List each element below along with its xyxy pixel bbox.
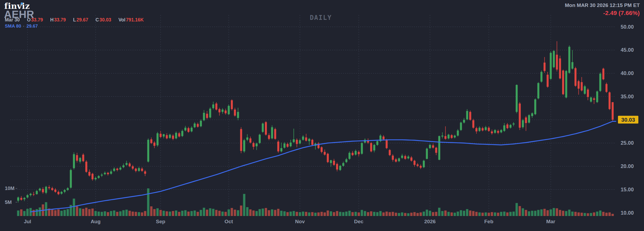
volume-bar bbox=[519, 206, 521, 216]
volume-bar bbox=[88, 209, 91, 216]
volume-bar bbox=[522, 208, 524, 216]
volume-bar bbox=[515, 203, 518, 216]
volume-bar bbox=[454, 213, 456, 216]
volume-bar bbox=[385, 212, 388, 216]
volume-bar bbox=[321, 212, 323, 216]
volume-bar bbox=[466, 209, 468, 216]
volume-bar bbox=[441, 211, 444, 216]
volume-bar bbox=[547, 210, 549, 216]
candlesticks bbox=[17, 41, 614, 203]
high-quote: H33.79 bbox=[50, 17, 66, 23]
volume-bar bbox=[509, 212, 512, 216]
volume-bar bbox=[382, 213, 385, 216]
volume-bar bbox=[169, 212, 171, 216]
volume-bar bbox=[308, 213, 311, 216]
volume-bar bbox=[540, 209, 543, 216]
price-chart[interactable]: JulAugSepOctNovDec2026FebMar50.0045.0040… bbox=[0, 0, 644, 231]
volume-bar bbox=[138, 212, 140, 216]
volume-bar bbox=[122, 210, 125, 216]
volume-bar bbox=[197, 212, 199, 216]
volume-bar bbox=[283, 211, 286, 216]
close-quote: C30.03 bbox=[96, 17, 111, 23]
volume-bar bbox=[135, 212, 137, 216]
volume-bar bbox=[395, 213, 397, 216]
month-labels: JulAugSepOctNovDec2026FebMar bbox=[24, 219, 555, 224]
volume-bar bbox=[274, 210, 276, 216]
month-label: Mar bbox=[546, 219, 555, 224]
volume-bar bbox=[543, 209, 546, 216]
volume-bar bbox=[150, 206, 152, 216]
volume-bar bbox=[200, 210, 202, 216]
volume-bar bbox=[82, 209, 85, 216]
svg-text:30.03: 30.03 bbox=[621, 117, 635, 123]
volume-bar bbox=[194, 210, 196, 216]
volume-bar bbox=[457, 212, 459, 216]
volume-bar bbox=[355, 212, 357, 216]
volume-bar bbox=[73, 199, 75, 216]
logo-blue-dot-icon bbox=[21, 2, 23, 5]
month-label: Oct bbox=[224, 219, 233, 224]
volume-bar bbox=[392, 212, 394, 216]
volume-bar bbox=[305, 212, 307, 216]
volume-bar bbox=[571, 212, 574, 216]
volume-bar bbox=[494, 213, 496, 216]
volume-bar bbox=[534, 211, 537, 216]
volume-bar bbox=[488, 213, 490, 216]
volume-bar bbox=[404, 213, 406, 216]
volume-bar bbox=[23, 211, 26, 216]
volume-bar bbox=[401, 213, 403, 216]
volume-bar bbox=[212, 209, 214, 216]
volume-bar bbox=[299, 212, 301, 216]
volume-bar bbox=[581, 213, 583, 216]
volume-bar bbox=[224, 212, 227, 216]
volume-bar bbox=[256, 211, 258, 216]
volume-bar bbox=[119, 211, 122, 216]
price-tick-label: 25.00 bbox=[621, 140, 634, 146]
volume-bar bbox=[537, 210, 540, 216]
volume-bar bbox=[482, 213, 484, 216]
volume-bar bbox=[373, 212, 376, 216]
volume-bar bbox=[584, 213, 586, 216]
volume-bar bbox=[323, 213, 326, 216]
month-label: Jul bbox=[24, 219, 31, 224]
volume-bar bbox=[599, 210, 602, 216]
volume-bar bbox=[97, 212, 100, 216]
volume-bar bbox=[444, 210, 447, 216]
volume-bar bbox=[389, 212, 391, 216]
volume-bar bbox=[110, 211, 112, 216]
volume-bar bbox=[472, 211, 475, 216]
volume-bar bbox=[553, 208, 555, 216]
volume-bar bbox=[550, 209, 552, 216]
volume-bar bbox=[243, 194, 245, 216]
volume-bar bbox=[20, 209, 23, 216]
price-change: -2.49 (7.66%) bbox=[603, 10, 640, 17]
volume-bar bbox=[574, 212, 577, 216]
volume-bar bbox=[314, 213, 317, 216]
volume-bar bbox=[36, 209, 38, 216]
volume-bar bbox=[144, 211, 146, 216]
volume-bar bbox=[491, 212, 493, 216]
volume-bar bbox=[348, 211, 351, 216]
volume-bar bbox=[76, 206, 78, 216]
volume-bar bbox=[277, 209, 279, 216]
volume-bar bbox=[376, 212, 379, 216]
price-tick-label: 35.00 bbox=[621, 94, 634, 99]
volume-bar bbox=[450, 213, 453, 216]
volume-bar bbox=[286, 212, 289, 216]
volume-bar bbox=[187, 212, 190, 216]
volume-bar bbox=[64, 210, 66, 216]
volume-bar bbox=[231, 208, 233, 216]
volume-bar bbox=[104, 211, 106, 216]
volume-bar bbox=[17, 210, 20, 216]
ohlc-row: Mar 30 O33.79 H33.79 L29.67 C30.03 Vol79… bbox=[5, 17, 144, 23]
sma-legend: SMA 80 · 29.67 bbox=[5, 24, 38, 29]
volume-bar bbox=[398, 213, 400, 216]
volume-bar bbox=[296, 212, 298, 216]
volume-bar bbox=[252, 210, 255, 216]
volume-bar bbox=[234, 210, 236, 216]
volume-bar bbox=[460, 210, 462, 216]
month-label: Sep bbox=[156, 219, 165, 224]
volume-bar bbox=[590, 213, 592, 216]
low-quote: L29.67 bbox=[73, 17, 88, 23]
volume-bar bbox=[181, 211, 184, 216]
